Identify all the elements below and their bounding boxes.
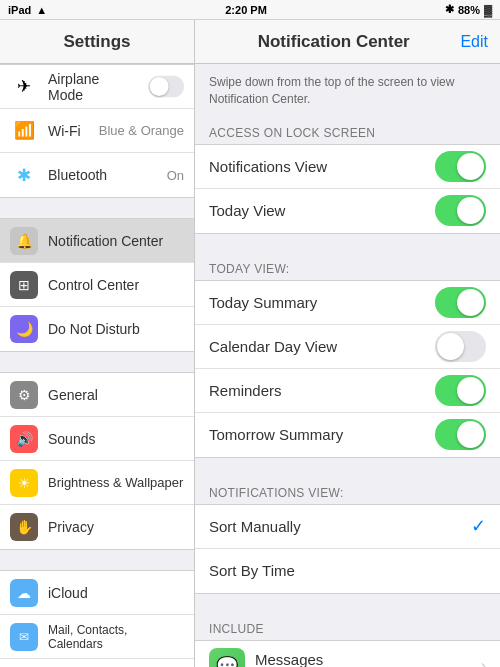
include-header: INCLUDE [195, 614, 500, 640]
notifications-view-label: Notifications View [209, 158, 435, 175]
settings-title: Settings [63, 32, 130, 52]
panel-info: Swipe down from the top of the screen to… [195, 64, 500, 118]
notifications-view-row[interactable]: Notifications View [195, 145, 500, 189]
sidebar-item-mail[interactable]: ✉ Mail, Contacts, Calendars [0, 615, 194, 659]
nav-left-title: Settings [0, 20, 195, 63]
today-view-toggle[interactable] [435, 195, 486, 226]
today-view-group: Today Summary Calendar Day View Reminder… [195, 280, 500, 458]
info-text: Swipe down from the top of the screen to… [209, 75, 454, 106]
wifi-icon: ▲ [36, 4, 47, 16]
sounds-icon: 🔊 [10, 425, 38, 453]
sidebar-item-wifi[interactable]: 📶 Wi-Fi Blue & Orange [0, 109, 194, 153]
sidebar-item-notes[interactable]: 📝 Notes [0, 659, 194, 667]
notification-center-label: Notification Center [48, 233, 184, 249]
calendar-day-view-toggle[interactable] [435, 331, 486, 362]
notification-center-icon: 🔔 [10, 227, 38, 255]
nav-right: Notification Center Edit [195, 32, 500, 52]
messages-chevron: › [481, 657, 486, 667]
sidebar-spacer2 [0, 352, 194, 372]
calendar-day-view-label: Calendar Day View [209, 338, 435, 355]
bluetooth-value: On [167, 168, 184, 183]
sidebar-item-notification-center[interactable]: 🔔 Notification Center [0, 219, 194, 263]
dnd-icon: 🌙 [10, 315, 38, 343]
notifications-view-section-header: NOTIFICATIONS VIEW: [195, 478, 500, 504]
today-view-label: Today View [209, 202, 435, 219]
icloud-label: iCloud [48, 585, 184, 601]
mail-label: Mail, Contacts, Calendars [48, 623, 184, 651]
control-center-label: Control Center [48, 277, 184, 293]
sidebar: ✈ Airplane Mode 📶 Wi-Fi Blue & Orange ✱ … [0, 64, 195, 667]
sidebar-item-privacy[interactable]: ✋ Privacy [0, 505, 194, 549]
privacy-icon: ✋ [10, 513, 38, 541]
notifications-view-toggle[interactable] [435, 151, 486, 182]
sidebar-item-bluetooth[interactable]: ✱ Bluetooth On [0, 153, 194, 197]
app-row-messages[interactable]: 💬 Messages Badges, Banners › [195, 641, 500, 667]
reminders-toggle-label: Reminders [209, 382, 435, 399]
today-view-row[interactable]: Today View [195, 189, 500, 233]
status-time: 2:20 PM [225, 4, 267, 16]
sidebar-item-general[interactable]: ⚙ General [0, 373, 194, 417]
today-summary-toggle[interactable] [435, 287, 486, 318]
calendar-day-view-row[interactable]: Calendar Day View [195, 325, 500, 369]
wifi-value: Blue & Orange [99, 123, 184, 138]
sort-manually-label: Sort Manually [209, 518, 471, 535]
tomorrow-summary-label: Tomorrow Summary [209, 426, 435, 443]
sounds-label: Sounds [48, 431, 184, 447]
sidebar-item-control-center[interactable]: ⊞ Control Center [0, 263, 194, 307]
tomorrow-summary-row[interactable]: Tomorrow Summary [195, 413, 500, 457]
access-lock-screen-group: Notifications View Today View [195, 144, 500, 234]
sidebar-item-airplane[interactable]: ✈ Airplane Mode [0, 65, 194, 109]
right-panel: Swipe down from the top of the screen to… [195, 64, 500, 667]
bluetooth-icon: ✱ [445, 3, 454, 16]
messages-app-info: Messages Badges, Banners [255, 651, 481, 667]
tomorrow-summary-toggle[interactable] [435, 419, 486, 450]
sidebar-spacer1 [0, 198, 194, 218]
today-view-header: TODAY VIEW: [195, 254, 500, 280]
airplane-toggle[interactable] [148, 76, 184, 98]
bluetooth-label: Bluetooth [48, 167, 167, 183]
dnd-label: Do Not Disturb [48, 321, 184, 337]
status-left: iPad ▲ [8, 4, 47, 16]
airplane-label: Airplane Mode [48, 71, 133, 103]
icloud-icon: ☁ [10, 579, 38, 607]
privacy-label: Privacy [48, 519, 184, 535]
airplane-icon: ✈ [10, 73, 38, 101]
edit-button[interactable]: Edit [460, 33, 488, 51]
sidebar-item-do-not-disturb[interactable]: 🌙 Do Not Disturb [0, 307, 194, 351]
nav-center-title: Notification Center [258, 32, 410, 52]
sidebar-item-brightness[interactable]: ☀ Brightness & Wallpaper [0, 461, 194, 505]
access-lock-screen-header: ACCESS ON LOCK SCREEN [195, 118, 500, 144]
reminders-toggle[interactable] [435, 375, 486, 406]
wifi-label: Wi-Fi [48, 123, 99, 139]
sort-by-time-row[interactable]: Sort By Time [195, 549, 500, 593]
battery-percent: 88% [458, 4, 480, 16]
status-right: ✱ 88% ▓ [445, 3, 492, 16]
sort-by-time-label: Sort By Time [209, 562, 486, 579]
general-icon: ⚙ [10, 381, 38, 409]
messages-app-name: Messages [255, 651, 481, 667]
messages-app-icon: 💬 [209, 648, 245, 667]
ipad-label: iPad [8, 4, 31, 16]
today-summary-label: Today Summary [209, 294, 435, 311]
general-label: General [48, 387, 184, 403]
reminders-row[interactable]: Reminders [195, 369, 500, 413]
bluetooth-icon: ✱ [10, 161, 38, 189]
mail-icon: ✉ [10, 623, 38, 651]
nav-bar: Settings Notification Center Edit [0, 20, 500, 64]
sidebar-item-icloud[interactable]: ☁ iCloud [0, 571, 194, 615]
wifi-icon: 📶 [10, 117, 38, 145]
sidebar-spacer3 [0, 550, 194, 570]
include-group: 💬 Messages Badges, Banners › ☑ Reminders… [195, 640, 500, 667]
sort-manually-row[interactable]: Sort Manually ✓ [195, 505, 500, 549]
notifications-view-group: Sort Manually ✓ Sort By Time [195, 504, 500, 594]
brightness-label: Brightness & Wallpaper [48, 475, 184, 490]
status-bar: iPad ▲ 2:20 PM ✱ 88% ▓ [0, 0, 500, 20]
sort-manually-checkmark: ✓ [471, 515, 486, 537]
control-center-icon: ⊞ [10, 271, 38, 299]
today-summary-row[interactable]: Today Summary [195, 281, 500, 325]
battery-icon: ▓ [484, 4, 492, 16]
main-content: ✈ Airplane Mode 📶 Wi-Fi Blue & Orange ✱ … [0, 64, 500, 667]
brightness-icon: ☀ [10, 469, 38, 497]
sidebar-item-sounds[interactable]: 🔊 Sounds [0, 417, 194, 461]
